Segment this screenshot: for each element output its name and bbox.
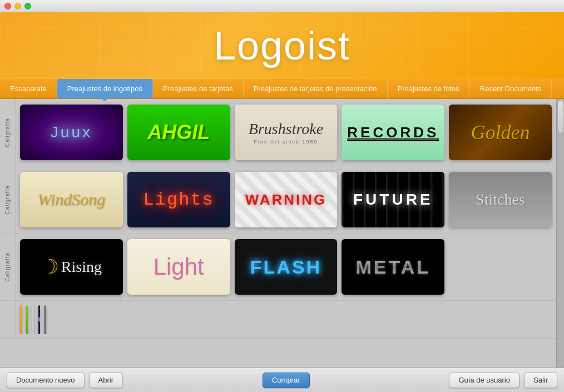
- app-header: Logoist: [0, 12, 564, 79]
- scrollbar[interactable]: [556, 99, 564, 368]
- logo-card-golden[interactable]: Golden: [449, 105, 552, 160]
- section-label-4: [0, 301, 16, 338]
- tab-preajustes-fotos[interactable]: Preajustes de fotos: [388, 79, 470, 98]
- tab-preajustes-tarjetas-presentacion[interactable]: Preajustes de tarjetas de presentación: [244, 79, 388, 98]
- partial-card-empty: [32, 305, 34, 334]
- documento-nuevo-button[interactable]: Documento nuevo: [7, 373, 85, 388]
- tab-recent-documents[interactable]: Recent Documents: [470, 79, 552, 98]
- cards-row-2: WindSong Lights WARNING FUTURE Stitches: [16, 166, 556, 233]
- logo-card-warning[interactable]: WARNING: [235, 172, 338, 227]
- partial-card-4[interactable]: [44, 305, 46, 334]
- section-label-text-1: Caligrafía: [4, 118, 11, 147]
- logo-card-ahgil[interactable]: AHGIL: [127, 105, 230, 160]
- partial-card-2[interactable]: [26, 305, 28, 334]
- section-row-4: ✦: [0, 301, 556, 339]
- logo-card-metal[interactable]: METAL: [342, 239, 444, 295]
- cards-row-1: Juux AHGIL Brushstroke Fine Art since 19…: [16, 99, 556, 166]
- minimize-button[interactable]: [14, 3, 21, 9]
- partial-cards-row: ✦: [16, 301, 51, 334]
- partial-card-3[interactable]: ✦: [38, 305, 40, 334]
- logo-card-placeholder: [449, 239, 552, 295]
- logo-card-rising[interactable]: ☽ Rising: [20, 239, 123, 295]
- tab-preajustes-logotipos[interactable]: Preajustes de logotipos: [57, 79, 153, 98]
- partial-card-1[interactable]: [20, 305, 22, 334]
- section-label-text-2: Caligrafía: [4, 185, 11, 215]
- logo-card-light[interactable]: Light: [127, 239, 230, 295]
- logo-card-windsong[interactable]: WindSong: [20, 172, 123, 227]
- close-button[interactable]: [4, 3, 11, 9]
- section-label-text-3: Caligrafía: [4, 252, 11, 282]
- section-label-3: Caligrafía: [0, 234, 16, 300]
- guia-button[interactable]: Guía de usuario: [449, 373, 520, 388]
- section-row-1: Caligrafía Juux AHGIL Brushstroke Fine A…: [0, 99, 556, 166]
- bottom-bar: Documento nuevo Abrir Comprar Guía de us…: [0, 368, 564, 392]
- section-label-1: Caligrafía: [0, 99, 16, 166]
- titlebar: [0, 0, 564, 12]
- maximize-button[interactable]: [24, 3, 31, 9]
- logo-card-records[interactable]: RECORDS: [342, 105, 444, 160]
- logo-card-future[interactable]: FUTURE: [342, 172, 444, 227]
- salir-button[interactable]: Salir: [524, 373, 557, 388]
- scroll-thumb[interactable]: [557, 100, 564, 133]
- logo-card-flash[interactable]: FLASH: [235, 239, 338, 295]
- section-row-2: Caligrafía WindSong Lights WARNING FUTUR…: [0, 166, 556, 234]
- main-content: Caligrafía Juux AHGIL Brushstroke Fine A…: [0, 99, 564, 368]
- app-title: Logoist: [214, 23, 350, 68]
- comprar-button[interactable]: Comprar: [263, 373, 310, 388]
- tab-preajustes-tarjetas[interactable]: Preajustes de tarjetas: [153, 79, 244, 98]
- tab-escaparate[interactable]: Escaparate: [0, 79, 57, 98]
- logo-card-juux[interactable]: Juux: [20, 105, 123, 160]
- section-row-3: Caligrafía ☽ Rising Light FLASH METAL: [0, 234, 556, 301]
- logo-card-lights[interactable]: Lights: [127, 172, 230, 227]
- navigation-tabs: Escaparate Preajustes de logotipos Preaj…: [0, 79, 564, 99]
- section-label-2: Caligrafía: [0, 166, 16, 233]
- cards-row-3: ☽ Rising Light FLASH METAL: [16, 234, 556, 300]
- logo-card-stitches[interactable]: Stitches: [449, 172, 552, 227]
- content-area: Caligrafía Juux AHGIL Brushstroke Fine A…: [0, 99, 556, 368]
- logo-card-brushstroke[interactable]: Brushstroke Fine Art since 1989: [235, 105, 338, 160]
- abrir-button[interactable]: Abrir: [89, 373, 123, 388]
